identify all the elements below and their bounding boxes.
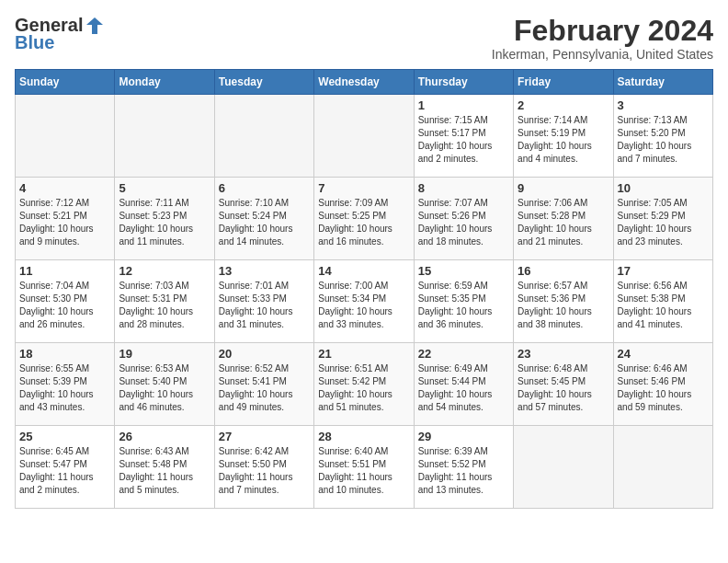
- logo: General Blue: [15, 15, 105, 53]
- calendar-cell: 15Sunrise: 6:59 AM Sunset: 5:35 PM Dayli…: [414, 260, 513, 343]
- calendar-cell: 16Sunrise: 6:57 AM Sunset: 5:36 PM Dayli…: [514, 260, 613, 343]
- calendar-cell: 8Sunrise: 7:07 AM Sunset: 5:26 PM Daylig…: [414, 178, 513, 260]
- day-number: 1: [418, 98, 509, 112]
- calendar-cell: 17Sunrise: 6:56 AM Sunset: 5:38 PM Dayli…: [613, 260, 712, 343]
- logo-bird-icon: [85, 16, 105, 36]
- calendar-cell: [314, 95, 414, 178]
- calendar-cell: 25Sunrise: 6:45 AM Sunset: 5:47 PM Dayli…: [16, 426, 115, 509]
- day-number: 29: [418, 430, 509, 443]
- calendar-cell: 26Sunrise: 6:43 AM Sunset: 5:48 PM Dayli…: [115, 426, 214, 509]
- day-info: Sunrise: 6:40 AM Sunset: 5:51 PM Dayligh…: [318, 445, 409, 497]
- day-info: Sunrise: 7:04 AM Sunset: 5:30 PM Dayligh…: [19, 280, 110, 331]
- location-subtitle: Inkerman, Pennsylvania, United States: [492, 47, 713, 62]
- day-number: 28: [318, 430, 409, 443]
- header-tuesday: Tuesday: [214, 70, 313, 95]
- calendar-cell: 12Sunrise: 7:03 AM Sunset: 5:31 PM Dayli…: [115, 260, 214, 343]
- day-info: Sunrise: 6:52 AM Sunset: 5:41 PM Dayligh…: [219, 362, 310, 414]
- day-number: 19: [119, 347, 210, 361]
- month-title: February 2024: [492, 15, 713, 47]
- day-number: 15: [418, 264, 509, 278]
- day-info: Sunrise: 6:43 AM Sunset: 5:48 PM Dayligh…: [119, 445, 210, 497]
- day-number: 2: [518, 98, 609, 112]
- calendar-cell: 18Sunrise: 6:55 AM Sunset: 5:39 PM Dayli…: [16, 343, 115, 426]
- day-number: 17: [618, 264, 709, 278]
- calendar-cell: 21Sunrise: 6:51 AM Sunset: 5:42 PM Dayli…: [314, 343, 414, 426]
- day-info: Sunrise: 6:59 AM Sunset: 5:35 PM Dayligh…: [418, 280, 509, 331]
- day-number: 10: [618, 181, 709, 195]
- day-number: 16: [518, 264, 609, 278]
- day-number: 21: [318, 347, 409, 361]
- calendar-week-row: 18Sunrise: 6:55 AM Sunset: 5:39 PM Dayli…: [16, 343, 713, 426]
- day-info: Sunrise: 7:00 AM Sunset: 5:34 PM Dayligh…: [318, 280, 409, 331]
- calendar-cell: 28Sunrise: 6:40 AM Sunset: 5:51 PM Dayli…: [314, 426, 414, 509]
- day-info: Sunrise: 6:39 AM Sunset: 5:52 PM Dayligh…: [418, 445, 509, 497]
- day-number: 6: [219, 181, 310, 195]
- day-number: 24: [618, 347, 709, 361]
- header-monday: Monday: [115, 70, 214, 95]
- calendar-cell: 7Sunrise: 7:09 AM Sunset: 5:25 PM Daylig…: [314, 178, 414, 260]
- day-info: Sunrise: 7:15 AM Sunset: 5:17 PM Dayligh…: [418, 114, 509, 166]
- day-info: Sunrise: 6:45 AM Sunset: 5:47 PM Dayligh…: [19, 445, 110, 497]
- day-number: 8: [418, 181, 509, 195]
- calendar-cell: 3Sunrise: 7:13 AM Sunset: 5:20 PM Daylig…: [613, 95, 712, 178]
- calendar-week-row: 11Sunrise: 7:04 AM Sunset: 5:30 PM Dayli…: [16, 260, 713, 343]
- calendar-table: SundayMondayTuesdayWednesdayThursdayFrid…: [15, 69, 713, 509]
- logo-blue: Blue: [15, 32, 54, 53]
- day-number: 27: [219, 430, 310, 443]
- header-friday: Friday: [514, 70, 613, 95]
- day-number: 13: [219, 264, 310, 278]
- day-number: 23: [518, 347, 609, 361]
- calendar-cell: 27Sunrise: 6:42 AM Sunset: 5:50 PM Dayli…: [214, 426, 313, 509]
- day-info: Sunrise: 6:55 AM Sunset: 5:39 PM Dayligh…: [19, 362, 110, 414]
- header-wednesday: Wednesday: [314, 70, 414, 95]
- day-info: Sunrise: 6:46 AM Sunset: 5:46 PM Dayligh…: [618, 362, 709, 414]
- day-number: 7: [318, 181, 409, 195]
- day-number: 9: [518, 181, 609, 195]
- calendar-cell: 10Sunrise: 7:05 AM Sunset: 5:29 PM Dayli…: [613, 178, 712, 260]
- calendar-cell: 1Sunrise: 7:15 AM Sunset: 5:17 PM Daylig…: [414, 95, 513, 178]
- calendar-week-row: 4Sunrise: 7:12 AM Sunset: 5:21 PM Daylig…: [16, 178, 713, 260]
- day-info: Sunrise: 7:01 AM Sunset: 5:33 PM Dayligh…: [219, 280, 310, 331]
- calendar-cell: 19Sunrise: 6:53 AM Sunset: 5:40 PM Dayli…: [115, 343, 214, 426]
- calendar-cell: 5Sunrise: 7:11 AM Sunset: 5:23 PM Daylig…: [115, 178, 214, 260]
- calendar-cell: 20Sunrise: 6:52 AM Sunset: 5:41 PM Dayli…: [214, 343, 313, 426]
- day-number: 22: [418, 347, 509, 361]
- header-saturday: Saturday: [613, 70, 712, 95]
- header: General Blue February 2024 Inkerman, Pen…: [15, 15, 713, 62]
- day-info: Sunrise: 6:57 AM Sunset: 5:36 PM Dayligh…: [518, 280, 609, 331]
- day-info: Sunrise: 7:09 AM Sunset: 5:25 PM Dayligh…: [318, 197, 409, 248]
- day-info: Sunrise: 7:07 AM Sunset: 5:26 PM Dayligh…: [418, 197, 509, 248]
- day-info: Sunrise: 7:03 AM Sunset: 5:31 PM Dayligh…: [119, 280, 210, 331]
- day-info: Sunrise: 7:05 AM Sunset: 5:29 PM Dayligh…: [618, 197, 709, 248]
- calendar-cell: 22Sunrise: 6:49 AM Sunset: 5:44 PM Dayli…: [414, 343, 513, 426]
- title-area: February 2024 Inkerman, Pennsylvania, Un…: [492, 15, 713, 62]
- day-info: Sunrise: 7:10 AM Sunset: 5:24 PM Dayligh…: [219, 197, 310, 248]
- calendar-cell: 9Sunrise: 7:06 AM Sunset: 5:28 PM Daylig…: [514, 178, 613, 260]
- calendar-cell: 4Sunrise: 7:12 AM Sunset: 5:21 PM Daylig…: [16, 178, 115, 260]
- calendar-cell: 23Sunrise: 6:48 AM Sunset: 5:45 PM Dayli…: [514, 343, 613, 426]
- calendar-cell: 2Sunrise: 7:14 AM Sunset: 5:19 PM Daylig…: [514, 95, 613, 178]
- svg-marker-0: [86, 17, 103, 34]
- header-thursday: Thursday: [414, 70, 513, 95]
- day-info: Sunrise: 7:11 AM Sunset: 5:23 PM Dayligh…: [119, 197, 210, 248]
- calendar-week-row: 1Sunrise: 7:15 AM Sunset: 5:17 PM Daylig…: [16, 95, 713, 178]
- day-info: Sunrise: 6:53 AM Sunset: 5:40 PM Dayligh…: [119, 362, 210, 414]
- day-number: 14: [318, 264, 409, 278]
- calendar-cell: [613, 426, 712, 509]
- day-info: Sunrise: 7:06 AM Sunset: 5:28 PM Dayligh…: [518, 197, 609, 248]
- day-info: Sunrise: 6:49 AM Sunset: 5:44 PM Dayligh…: [418, 362, 509, 414]
- day-number: 5: [119, 181, 210, 195]
- day-number: 11: [19, 264, 110, 278]
- day-number: 3: [618, 98, 709, 112]
- day-info: Sunrise: 7:13 AM Sunset: 5:20 PM Dayligh…: [618, 114, 709, 166]
- day-number: 18: [19, 347, 110, 361]
- day-number: 26: [119, 430, 210, 443]
- calendar-cell: 13Sunrise: 7:01 AM Sunset: 5:33 PM Dayli…: [214, 260, 313, 343]
- calendar-cell: [214, 95, 313, 178]
- day-info: Sunrise: 6:48 AM Sunset: 5:45 PM Dayligh…: [518, 362, 609, 414]
- calendar-cell: 29Sunrise: 6:39 AM Sunset: 5:52 PM Dayli…: [414, 426, 513, 509]
- day-number: 4: [19, 181, 110, 195]
- header-sunday: Sunday: [16, 70, 115, 95]
- calendar-cell: 6Sunrise: 7:10 AM Sunset: 5:24 PM Daylig…: [214, 178, 313, 260]
- day-number: 20: [219, 347, 310, 361]
